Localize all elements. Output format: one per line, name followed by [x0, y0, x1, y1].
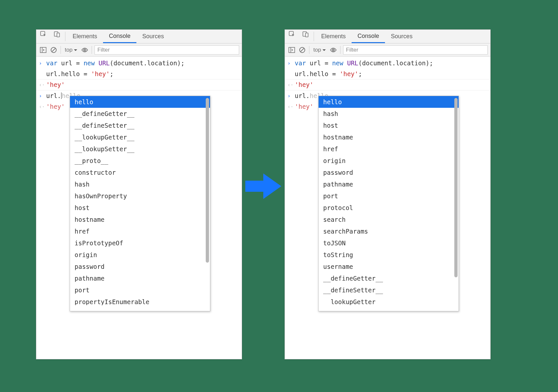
clear-console-icon[interactable]	[49, 46, 58, 54]
console-body: › var url = new URL(document.location); …	[285, 57, 490, 112]
sidebar-toggle-icon[interactable]	[288, 46, 296, 54]
autocomplete-item[interactable]: __lookupSetter__	[70, 143, 210, 155]
autocomplete-item[interactable]: href	[319, 143, 459, 155]
autocomplete-item[interactable]: password	[70, 261, 210, 272]
autocomplete-item[interactable]: hostname	[70, 214, 210, 225]
devtools-panel-after: Elements Console Sources top Filter › va…	[285, 29, 491, 359]
autocomplete-item[interactable]: username	[319, 261, 459, 272]
sidebar-toggle-icon[interactable]	[39, 46, 47, 54]
autocomplete-item[interactable]: hash	[319, 108, 459, 120]
autocomplete-item[interactable]: toJSON	[319, 237, 459, 249]
live-expression-icon[interactable]	[80, 46, 89, 54]
autocomplete-item[interactable]: port	[70, 284, 210, 296]
autocomplete-item[interactable]: __defineGetter__	[319, 272, 459, 284]
autocomplete-popup[interactable]: hellohashhosthostnamehreforiginpasswordp…	[318, 96, 459, 311]
filter-input[interactable]: Filter	[95, 45, 239, 55]
output-caret-icon: ‹·	[39, 80, 46, 89]
gutter-blank	[39, 70, 46, 70]
svg-point-5	[84, 49, 85, 50]
tab-bar: Elements Console Sources	[285, 30, 490, 43]
autocomplete-item[interactable]: origin	[319, 155, 459, 167]
console-toolbar: top Filter	[36, 43, 242, 57]
scroll-thumb[interactable]	[206, 98, 209, 263]
tab-bar: Elements Console Sources	[36, 30, 242, 43]
input-caret-icon: ›	[288, 91, 295, 100]
input-caret-icon: ›	[39, 59, 46, 68]
console-output: 'hey'	[46, 80, 238, 89]
tab-elements[interactable]: Elements	[67, 30, 103, 43]
execution-context-selector[interactable]: top	[312, 46, 327, 54]
autocomplete-item[interactable]: constructor	[70, 167, 210, 178]
inspect-icon[interactable]	[285, 30, 299, 38]
code-line[interactable]: var url = new URL(document.location);	[295, 59, 487, 67]
tab-console[interactable]: Console	[352, 30, 385, 43]
autocomplete-item[interactable]: port	[319, 190, 459, 202]
svg-point-11	[332, 49, 334, 50]
autocomplete-popup[interactable]: hello__defineGetter____defineSetter____l…	[70, 96, 210, 311]
autocomplete-item[interactable]: host	[70, 202, 210, 214]
scrollbar[interactable]	[454, 98, 458, 309]
console-body: › var url = new URL(document.location); …	[36, 57, 242, 112]
console-toolbar: top Filter	[285, 43, 490, 57]
code-line[interactable]: url.hello = 'hey';	[295, 70, 487, 78]
autocomplete-item[interactable]: __lookupGetter__	[319, 296, 459, 305]
eager-eval-caret-icon: ‹·	[288, 102, 295, 111]
filter-input[interactable]: Filter	[343, 45, 488, 55]
scroll-thumb[interactable]	[454, 98, 458, 277]
devtools-panel-before: Elements Console Sources top Filter › va…	[36, 29, 242, 359]
autocomplete-item[interactable]: searchParams	[319, 225, 459, 237]
clear-console-icon[interactable]	[298, 46, 306, 54]
autocomplete-item[interactable]: password	[319, 167, 459, 178]
autocomplete-item[interactable]: hash	[70, 178, 210, 190]
console-output: 'hey'	[295, 80, 487, 89]
code-line[interactable]: url.hello = 'hey';	[46, 70, 238, 78]
inspect-icon[interactable]	[36, 30, 50, 38]
autocomplete-item[interactable]: propertyIsEnumerable	[70, 296, 210, 305]
tab-sources[interactable]: Sources	[136, 30, 170, 43]
arrow-right-icon	[244, 172, 283, 201]
autocomplete-item[interactable]: __defineSetter__	[70, 120, 210, 131]
separator	[65, 32, 65, 41]
autocomplete-item[interactable]: __lookupGetter__	[70, 131, 210, 143]
execution-context-selector[interactable]: top	[63, 46, 78, 54]
tab-elements[interactable]: Elements	[315, 30, 352, 43]
autocomplete-item[interactable]: origin	[70, 249, 210, 261]
input-caret-icon: ›	[39, 91, 46, 100]
autocomplete-item[interactable]: __defineGetter__	[70, 108, 210, 120]
svg-rect-8	[305, 33, 308, 37]
separator	[61, 46, 61, 54]
autocomplete-item[interactable]: __defineSetter__	[319, 284, 459, 296]
text-cursor	[61, 92, 61, 99]
autocomplete-item[interactable]: protocol	[319, 202, 459, 214]
output-caret-icon: ‹·	[288, 80, 295, 89]
eager-eval-caret-icon: ‹·	[39, 102, 46, 111]
autocomplete-item[interactable]: __proto__	[70, 155, 210, 167]
autocomplete-item[interactable]: hello	[319, 96, 459, 108]
input-caret-icon: ›	[288, 59, 295, 68]
separator	[309, 46, 309, 54]
autocomplete-item[interactable]: isPrototypeOf	[70, 237, 210, 249]
autocomplete-item[interactable]: hostname	[319, 131, 459, 143]
separator	[92, 46, 92, 54]
autocomplete-item[interactable]: search	[319, 214, 459, 225]
autocomplete-item[interactable]: pathname	[70, 272, 210, 284]
tab-sources[interactable]: Sources	[385, 30, 418, 43]
gutter-blank	[288, 70, 295, 70]
scrollbar[interactable]	[206, 98, 209, 309]
separator	[340, 46, 340, 54]
autocomplete-item[interactable]: pathname	[319, 178, 459, 190]
autocomplete-item[interactable]: host	[319, 120, 459, 131]
device-toolbar-icon[interactable]	[50, 30, 64, 38]
code-line[interactable]: var url = new URL(document.location);	[46, 59, 238, 67]
autocomplete-item[interactable]: hasOwnProperty	[70, 190, 210, 202]
autocomplete-item[interactable]: hello	[70, 96, 210, 108]
tab-console[interactable]: Console	[103, 30, 136, 43]
live-expression-icon[interactable]	[329, 46, 338, 54]
device-toolbar-icon[interactable]	[299, 30, 312, 38]
autocomplete-item[interactable]: toString	[319, 249, 459, 261]
autocomplete-item[interactable]: href	[70, 225, 210, 237]
svg-rect-2	[57, 33, 60, 37]
separator	[314, 32, 314, 41]
